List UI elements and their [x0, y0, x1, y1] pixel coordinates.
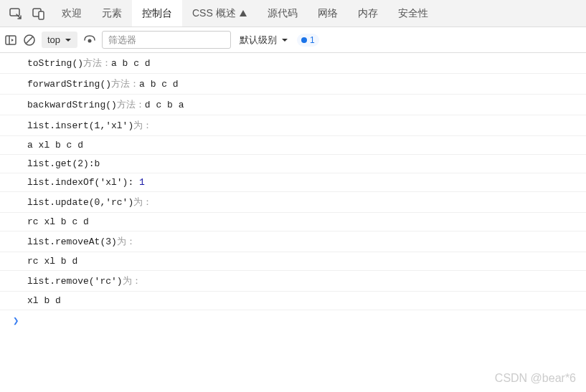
log-text: list.insert(1,'xl')	[27, 120, 133, 131]
tab-label: 欢迎	[62, 7, 82, 20]
log-line: forwardString()方法：a b c d	[0, 74, 586, 95]
log-text: forwardString()	[27, 79, 111, 90]
context-label: top	[47, 34, 60, 45]
issue-dot-icon	[301, 37, 307, 43]
chevron-down-icon	[65, 37, 72, 44]
tab-label: 控制台	[142, 7, 172, 20]
watermark: CSDN @bear*6	[495, 372, 576, 385]
log-text: a xl b c d	[27, 140, 83, 150]
log-level-label: 默认级别	[240, 34, 277, 47]
log-text: list.indexOf('xl'):	[27, 177, 139, 188]
inspect-element-icon[interactable]	[9, 6, 23, 21]
log-line: list.removeAt(3)为：	[0, 231, 586, 252]
tab-1[interactable]: 元素	[92, 0, 132, 27]
live-expression-icon[interactable]	[83, 34, 96, 47]
tab-0[interactable]: 欢迎	[52, 0, 92, 27]
log-text: list.update(0,'rc')	[27, 197, 133, 208]
log-level-selector[interactable]: 默认级别	[237, 34, 291, 47]
log-text: list.remove('rc')	[27, 276, 123, 287]
log-text: 1	[139, 177, 145, 188]
log-text: 为：	[117, 236, 136, 247]
warning-icon	[239, 9, 247, 18]
tab-7[interactable]: 安全性	[388, 0, 438, 27]
svg-rect-2	[39, 11, 44, 19]
log-text: 为：	[133, 197, 152, 208]
chevron-down-icon	[281, 37, 288, 44]
tab-label: 内存	[358, 7, 378, 20]
clear-console-icon[interactable]	[23, 34, 36, 47]
issue-count: 1	[310, 35, 315, 45]
log-text: d c b a	[145, 100, 184, 110]
tab-label: 安全性	[398, 7, 428, 20]
tabs-container: 欢迎元素控制台CSS 概述源代码网络内存安全性	[52, 0, 438, 27]
device-icons-group	[3, 6, 52, 21]
svg-rect-3	[6, 36, 16, 44]
issue-badge[interactable]: 1	[297, 34, 319, 47]
svg-rect-0	[10, 9, 19, 16]
log-text: 为：	[123, 276, 141, 287]
context-selector[interactable]: top	[42, 32, 77, 48]
tab-label: 元素	[102, 7, 122, 20]
log-line: list.remove('rc')为：	[0, 271, 586, 292]
svg-line-6	[27, 37, 33, 43]
device-toggle-icon[interactable]	[32, 6, 46, 21]
tab-2[interactable]: 控制台	[132, 0, 182, 27]
tab-3[interactable]: CSS 概述	[182, 0, 257, 27]
log-text: rc xl b d	[27, 256, 77, 267]
log-line: xl b d	[0, 292, 586, 310]
console-output: toString()方法：a b c dforwardString()方法：a …	[0, 53, 586, 310]
log-line: rc xl b c d	[0, 213, 586, 231]
log-line: list.update(0,'rc')为：	[0, 192, 586, 213]
console-toolbar: top 默认级别 1	[0, 27, 586, 53]
tab-4[interactable]: 源代码	[257, 0, 308, 27]
tab-label: 网络	[318, 7, 338, 20]
tab-label: CSS 概述	[192, 7, 236, 20]
log-text: 方法：	[83, 58, 111, 69]
console-prompt[interactable]: ❯	[0, 310, 586, 330]
log-text: 方法：	[117, 100, 145, 110]
log-text: 方法：	[111, 79, 139, 90]
log-line: a xl b c d	[0, 136, 586, 155]
devtools-tabs-bar: 欢迎元素控制台CSS 概述源代码网络内存安全性	[0, 0, 586, 27]
tab-6[interactable]: 内存	[348, 0, 388, 27]
log-text: xl b d	[27, 295, 61, 306]
log-line: list.insert(1,'xl')为：	[0, 115, 586, 136]
log-line: list.indexOf('xl'): 1	[0, 173, 586, 192]
log-text: list.get(2):b	[27, 158, 100, 169]
log-text: a b c d	[111, 58, 151, 69]
prompt-caret-icon: ❯	[13, 315, 19, 326]
tab-5[interactable]: 网络	[308, 0, 348, 27]
log-text: toString()	[27, 58, 83, 69]
log-text: list.removeAt(3)	[27, 236, 117, 247]
log-line: rc xl b d	[0, 252, 586, 271]
filter-input[interactable]	[102, 31, 231, 49]
sidebar-toggle-icon[interactable]	[4, 34, 17, 47]
log-text: a b c d	[139, 79, 179, 90]
log-line: toString()方法：a b c d	[0, 53, 586, 74]
svg-point-7	[88, 39, 92, 42]
log-text: rc xl b c d	[27, 216, 89, 227]
tab-label: 源代码	[268, 7, 298, 20]
log-line: list.get(2):b	[0, 155, 586, 173]
log-line: backwardString()方法：d c b a	[0, 95, 586, 115]
log-text: backwardString()	[27, 100, 117, 110]
log-text: 为：	[133, 120, 152, 131]
